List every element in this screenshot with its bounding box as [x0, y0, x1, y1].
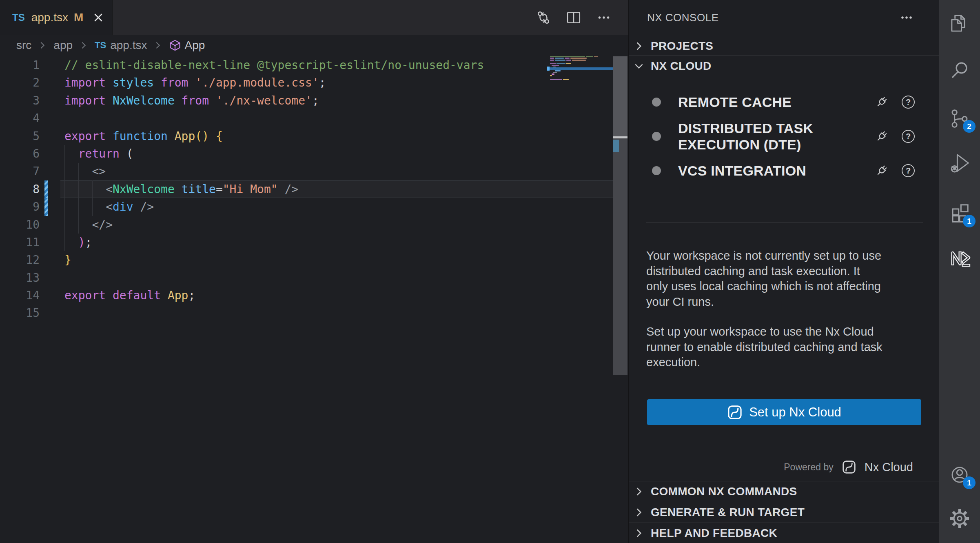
activity-bar: 211 — [939, 0, 980, 543]
code-line[interactable]: 3import NxWelcome from './nx-welcome'; — [0, 92, 628, 109]
connect-plug-icon[interactable] — [875, 95, 889, 109]
feature-row-distributed: DISTRIBUTED TASK EXECUTION (DTE)? — [647, 120, 925, 153]
line-number[interactable]: 7 — [0, 162, 40, 180]
setup-nx-cloud-button[interactable]: Set up Nx Cloud — [647, 399, 921, 425]
breadcrumb-item-src[interactable]: src — [16, 39, 31, 52]
line-number[interactable]: 13 — [0, 269, 40, 287]
section-common-nx-commands[interactable]: COMMON NX COMMANDS — [629, 481, 939, 502]
line-number[interactable]: 3 — [0, 92, 40, 109]
code-line[interactable]: 13 — [0, 269, 628, 287]
editor-group: TS app.tsx M — [0, 0, 628, 543]
line-number[interactable]: 14 — [0, 287, 40, 304]
indent-guide — [92, 180, 93, 216]
code-line[interactable]: 5export function App() { — [0, 127, 628, 145]
minimap-line — [566, 60, 571, 61]
line-number[interactable]: 11 — [0, 234, 40, 251]
breadcrumb-item-app[interactable]: app — [53, 39, 73, 52]
section-generate---run-target[interactable]: GENERATE & RUN TARGET — [629, 502, 939, 523]
text-line: only uses local caching which is not aff… — [646, 279, 932, 294]
button-label: Set up Nx Cloud — [749, 405, 841, 420]
connect-plug-icon[interactable] — [875, 129, 889, 143]
minimap-line — [557, 63, 565, 64]
scrollbar-track[interactable] — [613, 138, 627, 375]
code-line[interactable]: 7 <> — [0, 162, 628, 180]
chevron-right-icon — [634, 528, 644, 539]
breadcrumb-item-app[interactable]: App — [184, 39, 205, 52]
code-line[interactable]: 2import styles from './app.module.css'; — [0, 74, 628, 91]
close-icon[interactable] — [92, 11, 104, 24]
section-label: GENERATE & RUN TARGET — [651, 506, 805, 519]
brand-label[interactable]: Nx Cloud — [865, 461, 913, 474]
line-number[interactable]: 10 — [0, 216, 40, 234]
code-text: </> — [64, 216, 113, 234]
activity-item-settings[interactable] — [949, 507, 971, 530]
section-projects[interactable]: PROJECTS — [629, 37, 939, 56]
help-icon[interactable]: ? — [902, 96, 915, 109]
code-line[interactable]: 4 — [0, 109, 628, 127]
activity-item-explorer[interactable] — [949, 12, 971, 34]
breadcrumb: srcappTSapp.tsxApp — [0, 35, 628, 56]
line-number[interactable]: 2 — [0, 74, 40, 91]
activity-item-source-control[interactable]: 2 — [949, 107, 971, 129]
code-line[interactable]: 11 ); — [0, 234, 628, 251]
modified-badge: M — [74, 11, 83, 24]
code-line[interactable]: 10 </> — [0, 216, 628, 234]
powered-by-row: Powered by Nx Cloud — [784, 458, 913, 476]
code-text: <NxWelcome title="Hi Mom" /> — [64, 180, 298, 198]
panel-more-actions-icon[interactable] — [898, 11, 915, 26]
code-line[interactable]: 8 <NxWelcome title="Hi Mom" /> — [0, 180, 628, 198]
minimap-current-line — [548, 67, 613, 70]
code-text: return ( — [64, 145, 133, 162]
minimap-line — [594, 56, 598, 57]
code-text: import NxWelcome from './nx-welcome'; — [64, 92, 319, 109]
badge-count: 1 — [963, 215, 976, 227]
line-number[interactable]: 9 — [0, 198, 40, 216]
tab-app-tsx[interactable]: TS app.tsx M — [0, 0, 113, 35]
activity-item-run-debug[interactable] — [949, 151, 971, 174]
line-number[interactable]: 5 — [0, 127, 40, 145]
line-number[interactable]: 6 — [0, 145, 40, 162]
split-editor-icon[interactable] — [565, 9, 582, 26]
help-icon[interactable]: ? — [902, 164, 915, 177]
code-line[interactable]: 15 — [0, 304, 628, 322]
chevron-right-icon — [79, 41, 88, 50]
minimap-line — [572, 60, 586, 61]
activity-item-search[interactable] — [949, 59, 971, 81]
section-nx-cloud[interactable]: NX CLOUD — [629, 56, 939, 76]
feature-row-remote: REMOTE CACHE? — [647, 94, 925, 110]
minimap[interactable] — [550, 56, 611, 85]
bottom-sections: COMMON NX COMMANDSGENERATE & RUN TARGETH… — [629, 481, 939, 543]
code-line[interactable]: 6 return ( — [0, 145, 628, 162]
code-text: ); — [64, 234, 92, 251]
typescript-file-icon: TS — [95, 40, 106, 51]
text-line: Set up your workspace to use the Nx Clou… — [646, 324, 932, 340]
workspace-status-text: Your workspace is not currently set up t… — [646, 248, 932, 309]
line-number[interactable]: 8 — [0, 180, 40, 198]
help-icon[interactable]: ? — [902, 130, 915, 143]
editor-toolbar — [535, 0, 612, 35]
activity-item-extensions[interactable]: 1 — [949, 202, 971, 224]
breadcrumb-item-app-tsx[interactable]: app.tsx — [110, 39, 147, 52]
activity-item-nx-console[interactable] — [949, 248, 971, 270]
scrollbar[interactable] — [613, 56, 627, 136]
feature-label: VCS INTEGRATION — [678, 162, 858, 179]
line-number[interactable]: 1 — [0, 56, 40, 74]
code-line[interactable]: 9 <div /> — [0, 198, 628, 216]
question-glyph: ? — [902, 130, 915, 143]
code-editor[interactable]: 1// eslint-disable-next-line @typescript… — [0, 56, 628, 322]
code-line[interactable]: 1// eslint-disable-next-line @typescript… — [0, 56, 628, 74]
more-actions-icon[interactable] — [596, 9, 612, 26]
code-line[interactable]: 12} — [0, 251, 628, 269]
open-changes-icon[interactable] — [535, 9, 552, 26]
section-help-and-feedback[interactable]: HELP AND FEEDBACK — [629, 523, 939, 543]
activity-item-accounts[interactable]: 1 — [949, 464, 971, 486]
feature-row-vcs: VCS INTEGRATION? — [647, 162, 925, 179]
code-line[interactable]: 14export default App; — [0, 287, 628, 304]
minimap-line — [550, 58, 554, 59]
line-number[interactable]: 12 — [0, 251, 40, 269]
chevron-right-icon — [634, 507, 644, 518]
panel-title-row: NX CONSOLE — [629, 0, 939, 35]
line-number[interactable]: 15 — [0, 304, 40, 322]
connect-plug-icon[interactable] — [875, 164, 889, 178]
line-number[interactable]: 4 — [0, 109, 40, 127]
